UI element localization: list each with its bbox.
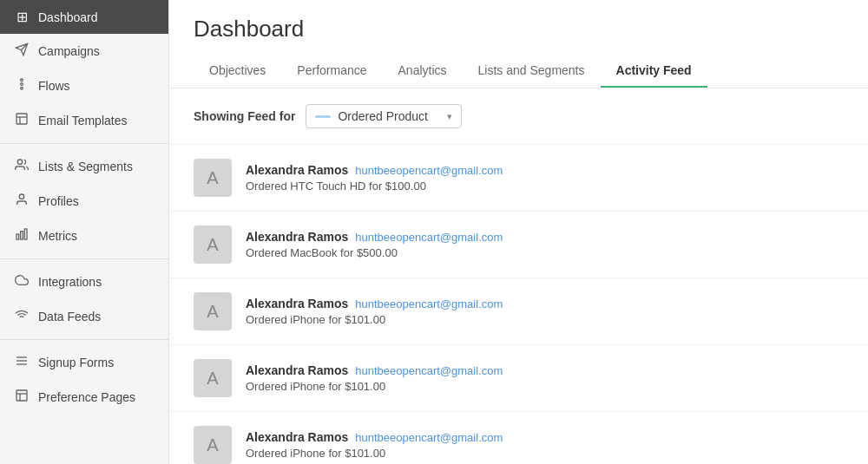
sidebar-item-profiles[interactable]: Profiles (0, 184, 168, 219)
activity-email: huntbeeopencart@gmail.com (355, 431, 503, 444)
sidebar-item-label: Dashboard (38, 10, 98, 24)
activity-description: Ordered MacBook for $500.00 (246, 246, 503, 259)
feed-filter-dropdown[interactable]: Ordered Product ▾ (306, 104, 462, 128)
activity-email: huntbeeopencart@gmail.com (355, 297, 503, 310)
sidebar-item-label: Signup Forms (38, 356, 114, 369)
sidebar-item-lists-segments[interactable]: Lists & Segments (0, 149, 168, 184)
sidebar-item-label: Preference Pages (38, 390, 135, 404)
flows-icon (14, 77, 30, 95)
feed-filter-value: Ordered Product (338, 109, 440, 123)
feed-filter-label: Showing Feed for (194, 109, 295, 123)
activity-description: Ordered iPhone for $101.00 (246, 447, 503, 460)
sidebar-item-email-templates[interactable]: Email Templates (0, 103, 168, 138)
activity-description: Ordered HTC Touch HD for $100.00 (246, 180, 503, 193)
tab-performance[interactable]: Performance (281, 55, 382, 88)
activity-name: Alexandra Ramos (246, 297, 348, 310)
svg-point-2 (21, 87, 23, 89)
profiles-icon (14, 193, 30, 210)
signup-forms-icon (14, 354, 30, 371)
filter-line-icon (315, 115, 331, 118)
activity-name-row: Alexandra Ramos huntbeeopencart@gmail.co… (246, 230, 503, 244)
feed-filter-bar: Showing Feed for Ordered Product ▾ (169, 88, 868, 145)
activity-info: Alexandra Ramos huntbeeopencart@gmail.co… (246, 230, 503, 259)
activity-row[interactable]: A Alexandra Ramos huntbeeopencart@gmail.… (169, 278, 868, 345)
activity-description: Ordered iPhone for $101.00 (246, 313, 503, 326)
activity-info: Alexandra Ramos huntbeeopencart@gmail.co… (246, 163, 503, 193)
activity-row[interactable]: A Alexandra Ramos huntbeeopencart@gmail.… (169, 145, 868, 212)
metrics-icon (14, 227, 30, 245)
sidebar-item-label: Flows (38, 79, 70, 93)
activity-email: huntbeeopencart@gmail.com (355, 231, 503, 244)
avatar: A (194, 359, 232, 397)
activity-name-row: Alexandra Ramos huntbeeopencart@gmail.co… (246, 163, 503, 177)
sidebar-item-campaigns[interactable]: Campaigns (0, 34, 168, 69)
tab-objectives[interactable]: Objectives (194, 55, 281, 88)
chevron-down-icon: ▾ (447, 111, 452, 122)
sidebar: ⊞ Dashboard Campaigns Flows Email Templa… (0, 0, 169, 464)
tab-analytics[interactable]: Analytics (383, 55, 463, 88)
avatar: A (194, 159, 232, 197)
feed-area: Showing Feed for Ordered Product ▾ A Ale… (169, 88, 868, 464)
activity-name: Alexandra Ramos (246, 363, 348, 377)
integrations-icon (14, 273, 30, 291)
activity-info: Alexandra Ramos huntbeeopencart@gmail.co… (246, 363, 503, 393)
tab-activity-feed[interactable]: Activity Feed (601, 55, 707, 88)
preference-pages-icon (14, 389, 30, 406)
activity-row[interactable]: A Alexandra Ramos huntbeeopencart@gmail.… (169, 412, 868, 464)
sidebar-item-metrics[interactable]: Metrics (0, 219, 168, 253)
activity-name: Alexandra Ramos (246, 163, 348, 177)
sidebar-item-flows[interactable]: Flows (0, 69, 168, 103)
sidebar-item-label: Lists & Segments (38, 160, 133, 173)
avatar: A (194, 292, 232, 330)
activity-email: huntbeeopencart@gmail.com (355, 364, 503, 377)
activity-name: Alexandra Ramos (246, 230, 348, 244)
sidebar-item-label: Integrations (38, 275, 102, 289)
sidebar-item-label: Email Templates (38, 114, 127, 127)
email-templates-icon (14, 112, 30, 129)
tab-lists-and-segments[interactable]: Lists and Segments (463, 55, 601, 88)
page-title: Dashboard (194, 16, 844, 42)
dashboard-icon: ⊞ (14, 9, 30, 25)
svg-point-7 (19, 194, 23, 199)
svg-point-6 (17, 160, 22, 164)
data-feeds-icon (14, 308, 30, 325)
main-content: Dashboard Objectives Performance Analyti… (169, 0, 868, 464)
main-header: Dashboard Objectives Performance Analyti… (169, 0, 868, 88)
sidebar-item-dashboard[interactable]: ⊞ Dashboard (0, 0, 168, 34)
svg-rect-9 (21, 232, 23, 239)
sidebar-item-signup-forms[interactable]: Signup Forms (0, 345, 168, 380)
avatar: A (194, 426, 232, 464)
activity-info: Alexandra Ramos huntbeeopencart@gmail.co… (246, 430, 503, 460)
lists-segments-icon (14, 158, 30, 175)
sidebar-item-preference-pages[interactable]: Preference Pages (0, 380, 168, 415)
activity-name: Alexandra Ramos (246, 430, 348, 444)
activity-name-row: Alexandra Ramos huntbeeopencart@gmail.co… (246, 363, 503, 377)
svg-rect-8 (16, 234, 19, 239)
activity-email: huntbeeopencart@gmail.com (355, 164, 503, 177)
activity-name-row: Alexandra Ramos huntbeeopencart@gmail.co… (246, 297, 503, 310)
avatar: A (194, 225, 232, 264)
svg-rect-10 (24, 229, 27, 239)
tabs-bar: Objectives Performance Analytics Lists a… (194, 55, 844, 88)
sidebar-item-label: Metrics (38, 229, 77, 243)
activity-name-row: Alexandra Ramos huntbeeopencart@gmail.co… (246, 430, 503, 444)
activity-description: Ordered iPhone for $101.00 (246, 380, 503, 393)
sidebar-item-label: Profiles (38, 194, 79, 208)
svg-point-0 (21, 79, 23, 82)
sidebar-divider-1 (0, 143, 168, 144)
sidebar-divider-3 (0, 339, 168, 340)
campaigns-icon (14, 42, 30, 60)
activity-info: Alexandra Ramos huntbeeopencart@gmail.co… (246, 297, 503, 326)
sidebar-divider-2 (0, 258, 168, 259)
sidebar-item-integrations[interactable]: Integrations (0, 265, 168, 299)
activity-list: A Alexandra Ramos huntbeeopencart@gmail.… (169, 145, 868, 464)
svg-rect-14 (16, 390, 27, 401)
sidebar-item-label: Data Feeds (38, 310, 101, 323)
activity-row[interactable]: A Alexandra Ramos huntbeeopencart@gmail.… (169, 345, 868, 412)
sidebar-item-label: Campaigns (38, 44, 100, 58)
activity-row[interactable]: A Alexandra Ramos huntbeeopencart@gmail.… (169, 212, 868, 278)
svg-rect-3 (16, 114, 27, 124)
svg-point-1 (21, 83, 23, 86)
sidebar-item-data-feeds[interactable]: Data Feeds (0, 299, 168, 334)
